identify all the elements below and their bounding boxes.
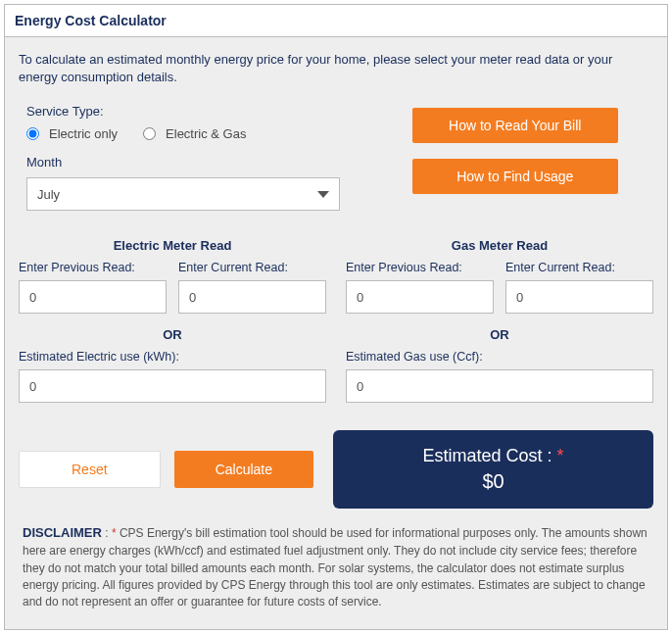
electric-curr-input[interactable] — [178, 280, 326, 314]
electric-or: OR — [19, 327, 326, 342]
gas-meter-col: Gas Meter Read Enter Previous Read: Ente… — [346, 238, 653, 403]
help-buttons-col: How to Read Your Bill How to Find Usage — [377, 104, 653, 211]
electric-meter-title: Electric Meter Read — [19, 238, 326, 253]
gas-est-input[interactable] — [346, 369, 653, 403]
reset-button[interactable]: Reset — [19, 451, 161, 488]
electric-est-label: Estimated Electric use (kWh): — [19, 350, 326, 364]
gas-curr-input[interactable] — [505, 280, 653, 314]
radio-electric-gas-label[interactable]: Electric & Gas — [166, 126, 246, 141]
electric-curr-label: Enter Current Read: — [178, 261, 326, 274]
action-buttons: Reset Calculate — [19, 451, 313, 488]
chevron-down-icon — [317, 191, 329, 198]
estimated-cost-label: Estimated Cost : * — [343, 446, 644, 466]
gas-prev-label: Enter Previous Read: — [346, 261, 494, 274]
top-row: Service Type: Electric only Electric & G… — [19, 104, 653, 211]
radio-electric-only-label[interactable]: Electric only — [49, 126, 118, 141]
energy-calculator-widget: Energy Cost Calculator To calculate an e… — [4, 4, 668, 630]
widget-title: Energy Cost Calculator — [5, 5, 667, 37]
service-month-col: Service Type: Electric only Electric & G… — [19, 104, 358, 211]
estimated-cost-box: Estimated Cost : * $0 — [333, 430, 653, 509]
service-type-radios: Electric only Electric & Gas — [26, 126, 358, 141]
month-value: July — [37, 187, 60, 202]
disclaimer: DISCLAIMER : * CPS Energy's bill estimat… — [23, 524, 649, 610]
widget-body: To calculate an estimated monthly energy… — [5, 37, 667, 629]
estimated-cost-value: $0 — [343, 470, 644, 493]
radio-electric-gas[interactable] — [143, 127, 156, 140]
electric-prev-input[interactable] — [19, 280, 167, 314]
gas-est-label: Estimated Gas use (Ccf): — [346, 350, 653, 364]
calculate-button[interactable]: Calculate — [174, 451, 314, 488]
electric-est-input[interactable] — [19, 369, 326, 403]
intro-text: To calculate an estimated monthly energy… — [19, 51, 653, 86]
meter-grid: Electric Meter Read Enter Previous Read:… — [19, 238, 653, 403]
electric-meter-col: Electric Meter Read Enter Previous Read:… — [19, 238, 326, 403]
month-select[interactable]: July — [26, 177, 340, 211]
service-type-label: Service Type: — [26, 104, 358, 119]
month-label: Month — [26, 155, 358, 170]
disclaimer-title: DISCLAIMER — [23, 525, 102, 540]
disclaimer-text: CPS Energy's bill estimation tool should… — [23, 526, 648, 609]
how-to-read-bill-button[interactable]: How to Read Your Bill — [412, 108, 618, 143]
bottom-row: Reset Calculate Estimated Cost : * $0 — [19, 430, 653, 509]
gas-or: OR — [346, 327, 653, 342]
electric-prev-label: Enter Previous Read: — [19, 261, 167, 274]
how-to-find-usage-button[interactable]: How to Find Usage — [412, 159, 618, 194]
gas-prev-input[interactable] — [346, 280, 494, 314]
gas-meter-title: Gas Meter Read — [346, 238, 653, 253]
radio-electric-only[interactable] — [26, 127, 39, 140]
gas-curr-label: Enter Current Read: — [505, 261, 653, 274]
